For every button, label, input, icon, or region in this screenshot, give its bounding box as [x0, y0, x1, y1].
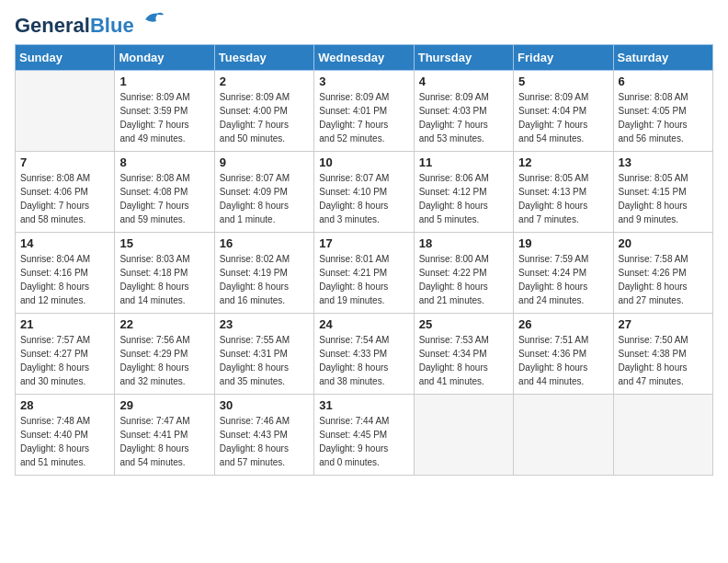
- header-friday: Friday: [514, 45, 613, 71]
- day-number: 2: [220, 75, 309, 88]
- day-number: 28: [20, 398, 109, 412]
- calendar-cell: 16Sunrise: 8:02 AM Sunset: 4:19 PM Dayli…: [214, 233, 313, 314]
- day-number: 5: [518, 75, 608, 88]
- day-number: 9: [220, 155, 309, 169]
- logo-bird-icon: [138, 10, 165, 34]
- calendar-cell: [514, 395, 613, 476]
- day-info: Sunrise: 8:00 AM Sunset: 4:22 PM Dayligh…: [419, 252, 508, 307]
- calendar-week-row: 21Sunrise: 7:57 AM Sunset: 4:27 PM Dayli…: [16, 314, 713, 395]
- day-info: Sunrise: 7:50 AM Sunset: 4:38 PM Dayligh…: [619, 333, 708, 388]
- calendar-cell: 25Sunrise: 7:53 AM Sunset: 4:34 PM Dayli…: [414, 314, 513, 395]
- calendar-cell: [613, 395, 712, 476]
- day-info: Sunrise: 8:06 AM Sunset: 4:12 PM Dayligh…: [419, 171, 508, 226]
- day-info: Sunrise: 7:48 AM Sunset: 4:40 PM Dayligh…: [20, 414, 109, 469]
- day-info: Sunrise: 7:58 AM Sunset: 4:26 PM Dayligh…: [619, 252, 708, 307]
- calendar-cell: 18Sunrise: 8:00 AM Sunset: 4:22 PM Dayli…: [414, 233, 513, 314]
- calendar-cell: 21Sunrise: 7:57 AM Sunset: 4:27 PM Dayli…: [16, 314, 115, 395]
- day-info: Sunrise: 8:09 AM Sunset: 3:59 PM Dayligh…: [119, 90, 209, 145]
- day-number: 15: [119, 236, 209, 250]
- logo: GeneralBlue: [15, 15, 165, 37]
- day-number: 13: [619, 155, 708, 169]
- header-monday: Monday: [115, 45, 214, 71]
- day-info: Sunrise: 8:02 AM Sunset: 4:19 PM Dayligh…: [220, 252, 309, 307]
- calendar-week-row: 14Sunrise: 8:04 AM Sunset: 4:16 PM Dayli…: [16, 233, 713, 314]
- day-info: Sunrise: 7:55 AM Sunset: 4:31 PM Dayligh…: [220, 333, 309, 388]
- day-info: Sunrise: 8:01 AM Sunset: 4:21 PM Dayligh…: [319, 252, 408, 307]
- day-number: 20: [619, 236, 708, 250]
- header-tuesday: Tuesday: [214, 45, 313, 71]
- day-number: 30: [220, 398, 309, 412]
- day-number: 26: [518, 317, 608, 331]
- day-info: Sunrise: 8:08 AM Sunset: 4:06 PM Dayligh…: [20, 171, 109, 226]
- day-number: 14: [20, 236, 109, 250]
- calendar-cell: 5Sunrise: 8:09 AM Sunset: 4:04 PM Daylig…: [514, 71, 613, 152]
- calendar-week-row: 7Sunrise: 8:08 AM Sunset: 4:06 PM Daylig…: [16, 152, 713, 233]
- day-info: Sunrise: 8:09 AM Sunset: 4:01 PM Dayligh…: [319, 90, 408, 145]
- calendar-cell: [16, 71, 115, 152]
- calendar-cell: 4Sunrise: 8:09 AM Sunset: 4:03 PM Daylig…: [414, 71, 513, 152]
- day-info: Sunrise: 7:57 AM Sunset: 4:27 PM Dayligh…: [20, 333, 109, 388]
- calendar-cell: 11Sunrise: 8:06 AM Sunset: 4:12 PM Dayli…: [414, 152, 513, 233]
- calendar-cell: 17Sunrise: 8:01 AM Sunset: 4:21 PM Dayli…: [314, 233, 414, 314]
- day-number: 7: [20, 155, 109, 169]
- calendar-cell: 8Sunrise: 8:08 AM Sunset: 4:08 PM Daylig…: [115, 152, 214, 233]
- day-number: 1: [119, 75, 209, 88]
- day-info: Sunrise: 7:47 AM Sunset: 4:41 PM Dayligh…: [119, 414, 209, 469]
- day-number: 10: [319, 155, 408, 169]
- day-number: 8: [119, 155, 209, 169]
- day-info: Sunrise: 8:08 AM Sunset: 4:05 PM Dayligh…: [619, 90, 708, 145]
- day-info: Sunrise: 7:46 AM Sunset: 4:43 PM Dayligh…: [220, 414, 309, 469]
- calendar-cell: 20Sunrise: 7:58 AM Sunset: 4:26 PM Dayli…: [613, 233, 712, 314]
- day-number: 21: [20, 317, 109, 331]
- day-number: 16: [220, 236, 309, 250]
- day-info: Sunrise: 8:09 AM Sunset: 4:03 PM Dayligh…: [419, 90, 508, 145]
- calendar-cell: 28Sunrise: 7:48 AM Sunset: 4:40 PM Dayli…: [16, 395, 115, 476]
- calendar-cell: 10Sunrise: 8:07 AM Sunset: 4:10 PM Dayli…: [314, 152, 414, 233]
- day-number: 31: [319, 398, 408, 412]
- logo-blue: Blue: [90, 14, 134, 37]
- day-info: Sunrise: 8:09 AM Sunset: 4:04 PM Dayligh…: [518, 90, 608, 145]
- day-info: Sunrise: 8:09 AM Sunset: 4:00 PM Dayligh…: [220, 90, 309, 145]
- day-info: Sunrise: 8:05 AM Sunset: 4:13 PM Dayligh…: [518, 171, 608, 226]
- calendar-cell: [414, 395, 513, 476]
- day-info: Sunrise: 7:59 AM Sunset: 4:24 PM Dayligh…: [518, 252, 608, 307]
- day-info: Sunrise: 7:56 AM Sunset: 4:29 PM Dayligh…: [119, 333, 209, 388]
- day-number: 3: [319, 75, 408, 88]
- calendar-cell: 6Sunrise: 8:08 AM Sunset: 4:05 PM Daylig…: [613, 71, 712, 152]
- day-number: 12: [518, 155, 608, 169]
- day-info: Sunrise: 8:08 AM Sunset: 4:08 PM Dayligh…: [119, 171, 209, 226]
- page-header: GeneralBlue: [15, 15, 713, 37]
- day-number: 24: [319, 317, 408, 331]
- header-sunday: Sunday: [16, 45, 115, 71]
- header-wednesday: Wednesday: [314, 45, 414, 71]
- calendar-table: SundayMondayTuesdayWednesdayThursdayFrid…: [15, 44, 713, 476]
- day-number: 6: [619, 75, 708, 88]
- calendar-cell: 7Sunrise: 8:08 AM Sunset: 4:06 PM Daylig…: [16, 152, 115, 233]
- day-info: Sunrise: 8:04 AM Sunset: 4:16 PM Dayligh…: [20, 252, 109, 307]
- calendar-cell: 2Sunrise: 8:09 AM Sunset: 4:00 PM Daylig…: [214, 71, 313, 152]
- header-thursday: Thursday: [414, 45, 513, 71]
- logo-general: GeneralBlue: [15, 15, 134, 37]
- day-info: Sunrise: 8:07 AM Sunset: 4:09 PM Dayligh…: [220, 171, 309, 226]
- day-info: Sunrise: 8:03 AM Sunset: 4:18 PM Dayligh…: [119, 252, 209, 307]
- day-info: Sunrise: 8:05 AM Sunset: 4:15 PM Dayligh…: [619, 171, 708, 226]
- calendar-cell: 9Sunrise: 8:07 AM Sunset: 4:09 PM Daylig…: [214, 152, 313, 233]
- calendar-cell: 13Sunrise: 8:05 AM Sunset: 4:15 PM Dayli…: [613, 152, 712, 233]
- calendar-cell: 27Sunrise: 7:50 AM Sunset: 4:38 PM Dayli…: [613, 314, 712, 395]
- day-number: 11: [419, 155, 508, 169]
- calendar-cell: 29Sunrise: 7:47 AM Sunset: 4:41 PM Dayli…: [115, 395, 214, 476]
- day-number: 23: [220, 317, 309, 331]
- day-number: 22: [119, 317, 209, 331]
- calendar-cell: 30Sunrise: 7:46 AM Sunset: 4:43 PM Dayli…: [214, 395, 313, 476]
- calendar-cell: 26Sunrise: 7:51 AM Sunset: 4:36 PM Dayli…: [514, 314, 613, 395]
- calendar-cell: 14Sunrise: 8:04 AM Sunset: 4:16 PM Dayli…: [16, 233, 115, 314]
- day-info: Sunrise: 7:51 AM Sunset: 4:36 PM Dayligh…: [518, 333, 608, 388]
- day-number: 17: [319, 236, 408, 250]
- day-info: Sunrise: 7:44 AM Sunset: 4:45 PM Dayligh…: [319, 414, 408, 469]
- day-number: 19: [518, 236, 608, 250]
- calendar-week-row: 1Sunrise: 8:09 AM Sunset: 3:59 PM Daylig…: [16, 71, 713, 152]
- calendar-cell: 12Sunrise: 8:05 AM Sunset: 4:13 PM Dayli…: [514, 152, 613, 233]
- calendar-header-row: SundayMondayTuesdayWednesdayThursdayFrid…: [16, 45, 713, 71]
- day-number: 29: [119, 398, 209, 412]
- calendar-cell: 23Sunrise: 7:55 AM Sunset: 4:31 PM Dayli…: [214, 314, 313, 395]
